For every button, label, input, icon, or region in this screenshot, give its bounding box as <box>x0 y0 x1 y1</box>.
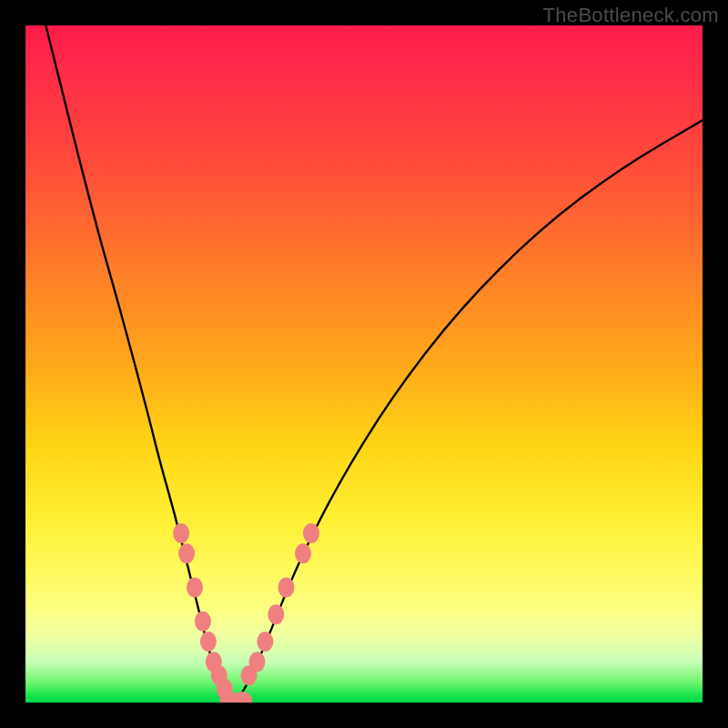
left-curve-line <box>46 25 235 703</box>
watermark-text: TheBottleneck.com <box>543 4 719 27</box>
chart-plot-area <box>25 25 703 703</box>
data-marker <box>195 612 211 632</box>
data-marker <box>248 652 265 672</box>
right-curve-line <box>236 120 703 703</box>
chart-svg <box>25 25 703 703</box>
marker-group <box>173 523 319 703</box>
data-marker <box>173 523 189 543</box>
data-marker <box>303 523 319 543</box>
data-marker <box>268 604 284 624</box>
data-marker <box>295 543 311 563</box>
data-marker <box>278 578 294 598</box>
data-marker <box>200 632 217 652</box>
data-marker <box>178 543 195 563</box>
data-marker <box>187 578 203 598</box>
data-marker <box>257 632 273 652</box>
